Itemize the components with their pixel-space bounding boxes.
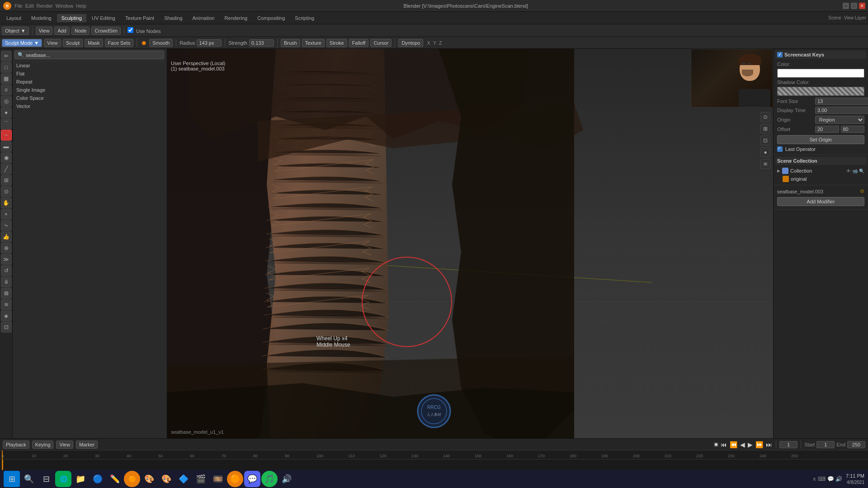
tool-draw[interactable]: ✏ — [1, 51, 12, 61]
brush-btn[interactable]: Brush — [281, 39, 300, 47]
play-reverse-btn[interactable]: ◀ — [740, 441, 745, 449]
stroke-btn[interactable]: Stroke — [326, 39, 347, 47]
marker-menu[interactable]: Marker — [76, 441, 98, 449]
taskbar-start-btn[interactable]: ⊞ — [4, 471, 20, 487]
tab-shading[interactable]: Shading — [160, 14, 187, 22]
tab-uv-editing[interactable]: UV Editing — [87, 14, 120, 22]
tool-cloth[interactable]: ≋ — [1, 299, 12, 310]
viewport-ortho-toggle[interactable]: ⊞ — [760, 124, 770, 134]
use-nodes-checkbox-label[interactable]: Use Nodes — [127, 27, 160, 34]
node-menu[interactable]: Node — [71, 27, 90, 35]
offset-x-input[interactable] — [815, 126, 839, 133]
shadow-swatch-container[interactable] — [775, 86, 866, 97]
origin-dropdown[interactable]: Region Window — [815, 116, 864, 124]
brush-item-linear[interactable]: Linear — [13, 61, 166, 70]
brush-item-single-image[interactable]: Single Image — [13, 86, 166, 94]
crowdsim-btn[interactable]: CrowdSim — [91, 27, 121, 35]
tool-smooth[interactable]: ~ — [1, 130, 12, 141]
offset-y-input[interactable] — [841, 126, 865, 133]
taskbar-blender-orange[interactable]: 🟠 — [124, 471, 140, 487]
tool-mask[interactable]: ⊡ — [1, 322, 12, 333]
taskbar-blender-2[interactable]: 🟠 — [227, 471, 243, 487]
tool-clay-strips[interactable]: ▦ — [1, 73, 12, 84]
tool-crease[interactable]: ⌒ — [1, 118, 12, 129]
viewport-render-toggle[interactable]: ● — [760, 147, 770, 157]
font-size-input[interactable] — [815, 98, 868, 105]
step-forward-btn[interactable]: ⏩ — [755, 441, 764, 449]
tool-simplify[interactable]: ◈ — [1, 310, 12, 321]
menu-window[interactable]: Window — [56, 3, 73, 9]
jump-end-btn[interactable]: ⏭ — [765, 441, 773, 449]
view-timeline-menu[interactable]: View — [56, 441, 73, 449]
tool-elastic-deform[interactable]: ⌖ — [1, 209, 12, 220]
taskbar-taskview[interactable]: ⊟ — [38, 471, 54, 487]
playback-menu[interactable]: Playback — [3, 441, 29, 449]
tab-modeling[interactable]: Modeling — [27, 14, 56, 22]
shadow-color-swatch[interactable] — [777, 87, 864, 96]
view-sculpt-btn[interactable]: View — [44, 39, 61, 47]
display-time-input[interactable] — [815, 107, 868, 114]
tool-snake-hook[interactable]: ⤷ — [1, 220, 12, 231]
tab-compositing[interactable]: Compositing — [253, 14, 289, 22]
play-forward-btn[interactable]: ▶ — [747, 441, 753, 449]
minimize-button[interactable]: ─ — [843, 3, 849, 9]
set-origin-btn[interactable]: Set Origin — [777, 135, 864, 144]
tool-nudge[interactable]: ≫ — [1, 254, 12, 265]
tool-fill[interactable]: ◉ — [1, 152, 12, 163]
taskbar-discord[interactable]: 💬 — [244, 471, 260, 487]
menu-help[interactable]: Help — [76, 3, 86, 9]
menu-render[interactable]: Render — [37, 3, 53, 9]
timeline-ruler[interactable]: 1 10 20 30 40 50 60 70 80 90 100 110 120… — [0, 450, 868, 460]
tool-clay[interactable]: □ — [1, 62, 12, 73]
sculpt-mode-btn[interactable]: Sculpt Mode ▼ — [2, 39, 42, 47]
object-mode-dropdown[interactable]: Object ▼ — [2, 27, 29, 35]
taskbar-search[interactable]: 🔍 — [21, 471, 37, 487]
tab-rendering[interactable]: Rendering — [220, 14, 252, 22]
face-sets-btn[interactable]: Face Sets — [105, 39, 134, 47]
collection-item[interactable]: ▶ Collection 👁 📹 🔍 — [775, 167, 866, 175]
end-frame-input[interactable] — [847, 441, 865, 448]
record-btn[interactable]: ⏺ — [714, 442, 718, 447]
original-item[interactable]: original — [775, 175, 866, 183]
taskbar-blender-1[interactable]: 🎨 — [141, 471, 157, 487]
tab-animation[interactable]: Animation — [188, 14, 219, 22]
sculpt-btn[interactable]: Sculpt — [63, 39, 83, 47]
tab-texture-paint[interactable]: Texture Paint — [121, 14, 159, 22]
falloff-btn[interactable]: Falloff — [349, 39, 369, 47]
taskbar-pen[interactable]: ✏️ — [107, 471, 123, 487]
viewport-3d[interactable]: User Perspective (Local) (1) seatbase_mo… — [167, 49, 773, 438]
taskbar-aftereffects[interactable]: 🎞️ — [210, 471, 226, 487]
tool-scrape[interactable]: ╱ — [1, 164, 12, 174]
viewport-overlay-toggle[interactable]: ≋ — [760, 159, 770, 169]
start-frame-input[interactable] — [816, 441, 835, 448]
view-menu[interactable]: View — [36, 27, 53, 35]
mask-btn[interactable]: Mask — [85, 39, 103, 47]
tool-flatten[interactable]: ▬ — [1, 141, 12, 152]
taskbar-chrome[interactable]: 🔵 — [90, 471, 106, 487]
menu-edit[interactable]: Edit — [25, 3, 34, 9]
radius-input[interactable] — [197, 39, 222, 47]
taskbar-photoshop[interactable]: 🔷 — [175, 471, 192, 487]
brush-search-btn[interactable]: 🔍 seatbase... — [14, 51, 164, 59]
tool-thumb[interactable]: 👍 — [1, 231, 12, 242]
keying-menu[interactable]: Keying — [32, 441, 54, 449]
cursor-btn[interactable]: Cursor — [370, 39, 392, 47]
tool-blob[interactable]: ● — [1, 107, 12, 118]
texture-btn[interactable]: Texture — [302, 39, 325, 47]
brush-item-repeat[interactable]: Repeat — [13, 78, 166, 86]
strength-input[interactable] — [249, 39, 274, 47]
tab-scripting[interactable]: Scripting — [290, 14, 319, 22]
checkbox-screencast[interactable]: ✓ — [777, 52, 783, 57]
brush-item-flat[interactable]: Flat — [13, 70, 166, 78]
color-swatch-container[interactable] — [775, 68, 866, 79]
tool-multiplane-scrape[interactable]: ⊞ — [1, 175, 12, 186]
taskbar-mixer[interactable]: 🔊 — [278, 471, 295, 487]
add-menu[interactable]: Add — [54, 27, 70, 35]
tool-rotate[interactable]: ↺ — [1, 265, 12, 276]
tool-pinch[interactable]: ⊙ — [1, 186, 12, 197]
brush-item-vector[interactable]: Vector — [13, 102, 166, 110]
add-modifier-btn[interactable]: Add Modifier — [777, 197, 864, 206]
tool-layer[interactable]: ≡ — [1, 84, 12, 95]
viewport-perspective-toggle[interactable]: ⊙ — [760, 112, 770, 122]
tool-inflate[interactable]: ◎ — [1, 96, 12, 107]
